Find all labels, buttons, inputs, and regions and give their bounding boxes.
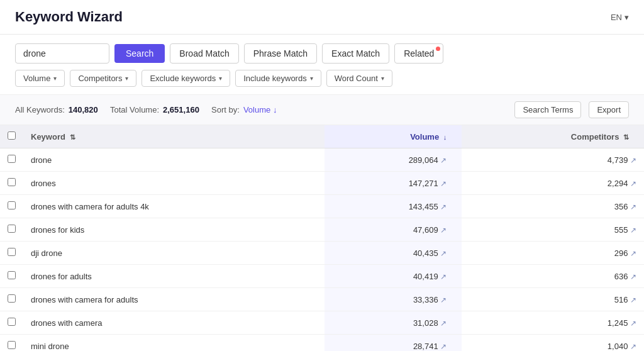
- search-terms-button[interactable]: Search Terms: [514, 101, 581, 118]
- search-button[interactable]: Search: [114, 44, 165, 63]
- volume-link-icon[interactable]: ↗: [440, 226, 447, 235]
- competitors-link-icon[interactable]: ↗: [630, 272, 636, 281]
- row-checkbox[interactable]: [8, 341, 16, 349]
- wordcount-chevron-icon: ▾: [381, 75, 384, 82]
- total-volume-label: Total Volume:: [110, 105, 159, 114]
- col-header-volume[interactable]: Volume ↓: [325, 125, 462, 148]
- table-row: drone 289,064 ↗ 4,739 ↗: [0, 148, 644, 172]
- col-header-competitors[interactable]: Competitors ⇅: [462, 125, 644, 148]
- competitors-cell: 1,040 ↗: [462, 335, 644, 352]
- competitors-filter-button[interactable]: Competitors ▾: [70, 70, 136, 87]
- phrase-match-button[interactable]: Phrase Match: [244, 43, 317, 64]
- broad-match-button[interactable]: Broad Match: [170, 43, 238, 64]
- volume-link-icon[interactable]: ↗: [440, 296, 447, 304]
- volume-cell: 33,336 ↗: [325, 288, 462, 311]
- table-row: drones 147,271 ↗ 2,294 ↗: [0, 172, 644, 195]
- lang-selector[interactable]: EN ▾: [611, 13, 629, 22]
- row-checkbox[interactable]: [8, 271, 16, 279]
- include-keywords-filter-button[interactable]: Include keywords ▾: [235, 70, 321, 87]
- col-header-check: [0, 125, 23, 148]
- select-all-checkbox[interactable]: [8, 131, 16, 140]
- keyword-table: Keyword ⇅ Volume ↓ Competitors ⇅: [0, 125, 644, 351]
- competitors-link-icon[interactable]: ↗: [630, 249, 636, 258]
- competitors-link-icon[interactable]: ↗: [630, 319, 636, 328]
- competitors-link-icon[interactable]: ↗: [630, 203, 636, 211]
- header: Keyword Wizard EN ▾: [0, 0, 644, 35]
- keyword-cell: drones with camera for adults 4k: [23, 195, 325, 218]
- row-checkbox[interactable]: [8, 155, 16, 163]
- row-checkbox-cell: [0, 265, 23, 288]
- competitors-cell: 516 ↗: [462, 288, 644, 311]
- keyword-cell: drones for kids: [23, 218, 325, 242]
- row-checkbox-cell: [0, 242, 23, 265]
- page-title: Keyword Wizard: [15, 9, 123, 25]
- row-checkbox-cell: [0, 311, 23, 335]
- all-keywords-value: 140,820: [69, 105, 98, 114]
- summary-left: All Keywords: 140,820 Total Volume: 2,65…: [15, 105, 277, 114]
- keyword-cell: drones for adults: [23, 265, 325, 288]
- related-dot: [436, 47, 440, 51]
- summary-right: Search Terms Export: [514, 101, 629, 118]
- row-checkbox-cell: [0, 148, 23, 172]
- exclude-chevron-icon: ▾: [219, 75, 222, 82]
- competitors-cell: 1,245 ↗: [462, 311, 644, 335]
- table-row: drones with camera 31,028 ↗ 1,245 ↗: [0, 311, 644, 335]
- row-checkbox-cell: [0, 195, 23, 218]
- keyword-cell: mini drone: [23, 335, 325, 352]
- competitors-cell: 356 ↗: [462, 195, 644, 218]
- sort-by-label: Sort by:: [211, 105, 240, 114]
- competitors-chevron-icon: ▾: [125, 75, 128, 82]
- word-count-filter-button[interactable]: Word Count ▾: [326, 70, 392, 87]
- volume-cell: 47,609 ↗: [325, 218, 462, 242]
- table-row: drones for adults 40,419 ↗ 636 ↗: [0, 265, 644, 288]
- search-input[interactable]: [15, 43, 109, 64]
- volume-cell: 289,064 ↗: [325, 148, 462, 172]
- col-header-keyword[interactable]: Keyword ⇅: [23, 125, 325, 148]
- row-checkbox[interactable]: [8, 201, 16, 209]
- row-checkbox[interactable]: [8, 178, 16, 186]
- row-checkbox-cell: [0, 218, 23, 242]
- volume-cell: 28,741 ↗: [325, 335, 462, 352]
- row-checkbox-cell: [0, 172, 23, 195]
- include-chevron-icon: ▾: [310, 75, 313, 82]
- row-checkbox[interactable]: [8, 248, 16, 256]
- volume-link-icon[interactable]: ↗: [440, 179, 447, 188]
- competitors-link-icon[interactable]: ↗: [630, 179, 636, 188]
- row-checkbox[interactable]: [8, 318, 16, 326]
- row-checkbox[interactable]: [8, 294, 16, 303]
- keyword-cell: drones with camera: [23, 311, 325, 335]
- all-keywords-label: All Keywords:: [15, 105, 65, 114]
- search-bar: Search Broad Match Phrase Match Exact Ma…: [0, 35, 644, 70]
- table-row: drones for kids 47,609 ↗ 555 ↗: [0, 218, 644, 242]
- volume-link-icon[interactable]: ↗: [440, 249, 447, 258]
- competitors-cell: 296 ↗: [462, 242, 644, 265]
- keyword-cell: drones: [23, 172, 325, 195]
- table-row: dji drone 40,435 ↗ 296 ↗: [0, 242, 644, 265]
- volume-link-icon[interactable]: ↗: [440, 342, 447, 351]
- competitors-sort-icon: ⇅: [623, 133, 629, 141]
- volume-link-icon[interactable]: ↗: [440, 156, 447, 165]
- volume-cell: 143,455 ↗: [325, 195, 462, 218]
- row-checkbox[interactable]: [8, 225, 16, 233]
- related-button[interactable]: Related: [394, 43, 443, 64]
- keyword-sort-icon: ⇅: [70, 133, 75, 141]
- total-volume-value: 2,651,160: [163, 105, 199, 114]
- competitors-link-icon[interactable]: ↗: [630, 342, 636, 351]
- keyword-table-container: Keyword ⇅ Volume ↓ Competitors ⇅: [0, 125, 644, 351]
- volume-link-icon[interactable]: ↗: [440, 203, 447, 211]
- volume-sort-icon: ↓: [443, 133, 447, 141]
- lang-label: EN: [611, 13, 622, 22]
- volume-link-icon[interactable]: ↗: [440, 319, 447, 328]
- row-checkbox-cell: [0, 288, 23, 311]
- volume-link-icon[interactable]: ↗: [440, 272, 447, 281]
- table-header-row: Keyword ⇅ Volume ↓ Competitors ⇅: [0, 125, 644, 148]
- exact-match-button[interactable]: Exact Match: [322, 43, 389, 64]
- sort-by-value[interactable]: Volume ↓: [243, 105, 277, 114]
- competitors-link-icon[interactable]: ↗: [630, 226, 636, 235]
- exclude-keywords-filter-button[interactable]: Exclude keywords ▾: [142, 70, 230, 87]
- export-button[interactable]: Export: [589, 101, 629, 118]
- volume-filter-button[interactable]: Volume ▾: [15, 70, 65, 87]
- competitors-link-icon[interactable]: ↗: [630, 156, 636, 165]
- row-checkbox-cell: [0, 335, 23, 352]
- competitors-link-icon[interactable]: ↗: [630, 296, 636, 304]
